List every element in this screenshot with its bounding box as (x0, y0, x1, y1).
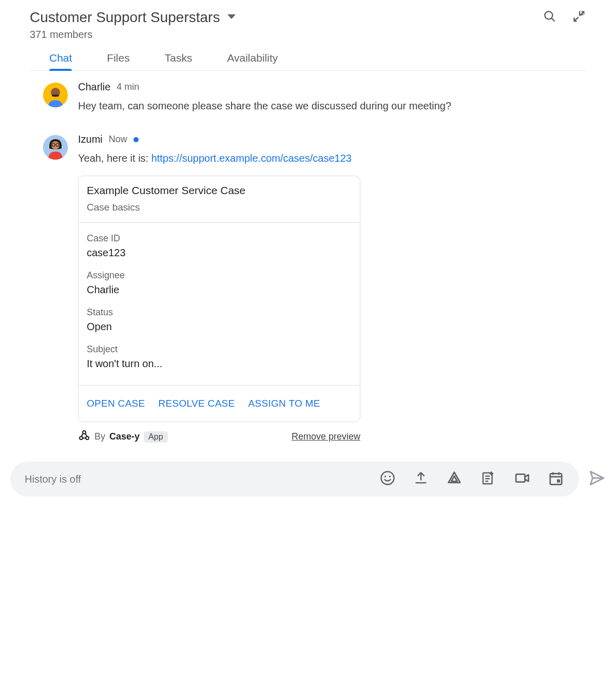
tabs: Chat Files Tasks Availability (30, 52, 586, 71)
message-composer[interactable] (10, 462, 579, 497)
assign-to-me-button[interactable]: ASSIGN TO ME (248, 398, 320, 409)
field-value: It won't turn on... (87, 358, 352, 370)
video-call-icon[interactable] (514, 470, 530, 488)
status-dot-icon (133, 137, 139, 142)
webhook-icon (78, 429, 90, 444)
message-sender: Charlie (78, 81, 110, 93)
message-timestamp: 4 min (117, 82, 139, 92)
card-title: Example Customer Service Case (87, 184, 352, 197)
svg-rect-6 (52, 94, 59, 97)
svg-rect-24 (550, 473, 562, 484)
message-input[interactable] (25, 473, 380, 485)
field-value: Charlie (87, 284, 352, 296)
field-label: Case ID (87, 233, 352, 244)
remove-preview-link[interactable]: Remove preview (292, 431, 360, 442)
svg-rect-23 (516, 474, 525, 482)
tab-files[interactable]: Files (107, 52, 129, 70)
field-value: case123 (87, 247, 352, 259)
field-label: Assignee (87, 270, 352, 281)
search-icon[interactable] (543, 10, 556, 25)
field-label: Status (87, 307, 352, 318)
preview-card: Example Customer Service Case Case basic… (78, 176, 360, 422)
avatar[interactable] (43, 135, 68, 160)
message-sender: Izumi (78, 134, 103, 145)
emoji-icon[interactable] (380, 470, 395, 488)
room-title-group[interactable]: Customer Support Superstars (30, 9, 236, 26)
avatar[interactable] (43, 83, 68, 107)
svg-point-0 (545, 11, 552, 19)
collapse-icon[interactable] (572, 9, 586, 26)
chevron-down-icon[interactable] (227, 13, 236, 22)
svg-point-8 (51, 141, 60, 149)
svg-point-15 (384, 475, 386, 477)
drive-icon[interactable] (447, 470, 462, 488)
message-text: Yeah, here it is: https://support.exampl… (78, 150, 586, 166)
tab-tasks[interactable]: Tasks (165, 52, 192, 70)
svg-line-1 (552, 18, 555, 22)
tab-availability[interactable]: Availability (227, 52, 278, 70)
tab-chat[interactable]: Chat (49, 52, 72, 70)
calendar-icon[interactable] (548, 470, 564, 488)
send-button[interactable] (588, 469, 606, 489)
card-subtitle: Case basics (87, 202, 352, 213)
message-timestamp: Now (109, 134, 127, 145)
field-label: Subject (87, 344, 352, 355)
svg-point-14 (381, 472, 394, 485)
open-case-button[interactable]: OPEN CASE (87, 398, 145, 409)
svg-marker-3 (574, 16, 579, 22)
by-label: By (94, 431, 105, 442)
message-text-prefix: Yeah, here it is: (78, 153, 151, 164)
message-link[interactable]: https://support.example.com/cases/case12… (151, 153, 352, 164)
svg-rect-28 (557, 480, 560, 483)
resolve-case-button[interactable]: RESOLVE CASE (159, 398, 235, 409)
app-name: Case-y (109, 431, 140, 442)
member-count: 371 members (30, 29, 586, 41)
message: Izumi Now Yeah, here it is: https://supp… (43, 134, 586, 444)
message-text: Hey team, can someone please share the c… (78, 98, 586, 114)
message: Charlie 4 min Hey team, can someone plea… (43, 81, 586, 114)
create-doc-icon[interactable] (480, 470, 496, 488)
app-badge: App (144, 431, 167, 443)
upload-icon[interactable] (414, 471, 428, 487)
svg-point-16 (389, 475, 391, 477)
field-value: Open (87, 321, 352, 333)
room-title: Customer Support Superstars (30, 9, 220, 26)
